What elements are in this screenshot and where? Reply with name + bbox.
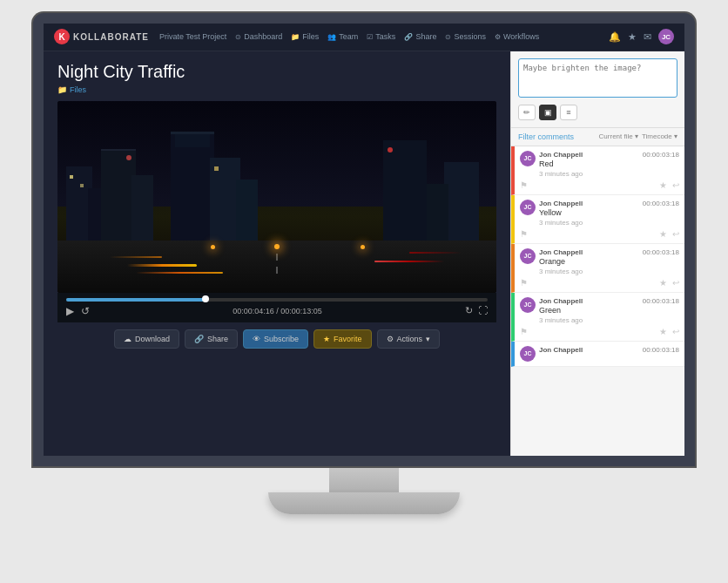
comment-right-actions: ★ ↩ (659, 229, 679, 239)
pencil-tool-button[interactable]: ✏ (518, 105, 536, 120)
star-icon[interactable]: ★ (628, 31, 637, 43)
comment-user: Jon Chappell (539, 200, 583, 207)
project-name[interactable]: Private Test Project (159, 32, 226, 41)
comment-meta: Jon Chappell 00:00:03:18 Yellow 3 minute… (539, 200, 679, 227)
filter-current-file[interactable]: Current file ▾ (599, 132, 638, 140)
image-tool-button[interactable]: ▣ (539, 105, 556, 120)
star-icon[interactable]: ★ (659, 180, 667, 190)
flag-icon[interactable]: ⚑ (520, 327, 528, 336)
bc2-light (214, 166, 219, 171)
flag-icon[interactable]: ⚑ (520, 229, 528, 239)
replay-button[interactable]: ↺ (81, 305, 90, 317)
progress-handle[interactable] (202, 295, 209, 302)
breadcrumb: 📁 Files (57, 85, 496, 94)
nav-item-sessions[interactable]: ⊙Sessions (445, 32, 486, 41)
building-3-light (126, 155, 131, 160)
eye-icon: 👁 (253, 335, 260, 343)
comment-item: JC Jon Chappell 00:00:03:18 Green 3 minu… (511, 293, 684, 342)
comment-text: Orange (539, 257, 679, 266)
comment-header: JC Jon Chappell 00:00:03:18 (520, 346, 679, 362)
comment-meta: Jon Chappell 00:00:03:18 (539, 346, 679, 354)
nav-item-workflows[interactable]: ⚙Workflows (495, 32, 539, 41)
nav-item-files[interactable]: 📁Files (291, 32, 319, 41)
building-1-light2 (80, 184, 84, 187)
nav-item-tasks[interactable]: ☑Tasks (367, 32, 395, 41)
flag-icon[interactable]: ⚑ (520, 180, 528, 190)
nav-item-team[interactable]: 👥Team (327, 32, 358, 41)
comments-filter: Filter comments Current file ▾ Timecode … (511, 128, 684, 146)
comment-timestamp: 3 minutes ago (539, 268, 679, 275)
comment-actions: ⚑ ★ ↩ (520, 278, 679, 288)
reply-icon[interactable]: ↩ (672, 278, 679, 288)
monitor-screen: K KOLLABORATE Private Test Project ⊙Dash… (33, 13, 695, 466)
mail-icon[interactable]: ✉ (644, 31, 651, 43)
comment-text: Yellow (539, 208, 679, 217)
download-icon: ☁ (124, 335, 131, 343)
building-center-3 (236, 180, 258, 245)
comment-text: Red (539, 159, 679, 168)
star-icon[interactable]: ★ (659, 327, 667, 336)
video-container[interactable] (57, 101, 496, 293)
extra-tool-button[interactable]: ≡ (560, 105, 577, 120)
comment-header: JC Jon Chappell 00:00:03:18 Red 3 minute… (520, 151, 679, 178)
files-icon: 📁 (291, 33, 300, 41)
workflows-icon: ⚙ (495, 33, 501, 41)
building-right-1 (444, 162, 479, 245)
bell-icon[interactable]: 🔔 (609, 31, 621, 43)
reply-icon[interactable]: ↩ (672, 229, 679, 239)
subscribe-button[interactable]: 👁 Subscribe (243, 329, 308, 349)
progress-bar-fill (66, 298, 206, 302)
download-button[interactable]: ☁ Download (114, 329, 179, 349)
user-avatar[interactable]: JC (658, 29, 674, 44)
comment-right-actions: ★ ↩ (659, 180, 679, 190)
fullscreen-icon[interactable]: ⛶ (478, 305, 488, 316)
comment-header: JC Jon Chappell 00:00:03:18 Green 3 minu… (520, 297, 679, 324)
star-icon: ★ (323, 335, 330, 343)
progress-bar-container[interactable] (66, 298, 488, 302)
tasks-icon: ☑ (367, 33, 373, 41)
comment-avatar: JC (520, 297, 536, 313)
comment-toolbar: ✏ ▣ ≡ (518, 105, 677, 120)
light-trail-3 (110, 256, 162, 258)
actions-button[interactable]: ⚙ Actions ▾ (377, 329, 441, 349)
road-mark (276, 254, 278, 261)
refresh-icon[interactable]: ↻ (465, 305, 473, 316)
flag-icon[interactable]: ⚑ (520, 278, 528, 288)
comments-panel: ✏ ▣ ≡ Filter comments Current file ▾ Tim… (510, 51, 684, 456)
filter-timecode[interactable]: Timecode ▾ (642, 132, 677, 140)
star-icon[interactable]: ★ (659, 229, 667, 239)
topbar-right: 🔔 ★ ✉ JC (609, 29, 674, 44)
comment-actions: ⚑ ★ ↩ (520, 180, 679, 190)
play-button[interactable]: ▶ (66, 305, 74, 317)
time-display: 00:00:04:16 / 00:00:13:05 (97, 307, 458, 315)
reply-icon[interactable]: ↩ (672, 180, 679, 190)
comment-meta: Jon Chappell 00:00:03:18 Orange 3 minute… (539, 248, 679, 275)
comment-timecode: 00:00:03:18 (643, 200, 679, 207)
comments-list: JC Jon Chappell 00:00:03:18 Red 3 minute… (511, 146, 684, 456)
star-icon[interactable]: ★ (659, 278, 667, 288)
video-scene (57, 101, 496, 293)
building-1-light (70, 175, 73, 179)
comment-user: Jon Chappell (539, 151, 583, 159)
reply-icon[interactable]: ↩ (672, 327, 679, 336)
logo-icon: K (54, 29, 70, 44)
nav-items: ⊙Dashboard 📁Files 👥Team ☑Tasks 🔗Share ⊙S… (235, 32, 609, 41)
comment-timestamp: 3 minutes ago (539, 219, 679, 227)
logo-text: KOLLABORATE (73, 32, 149, 42)
nav-item-share[interactable]: 🔗Share (404, 32, 436, 41)
nav-item-dashboard[interactable]: ⊙Dashboard (235, 32, 282, 41)
video-panel: Night City Traffic 📁 Files (44, 51, 510, 456)
favorite-button[interactable]: ★ Favorite (313, 329, 372, 349)
comment-timecode: 00:00:03:18 (643, 346, 679, 354)
share-button[interactable]: 🔗 Share (185, 329, 238, 349)
comment-input[interactable] (518, 58, 677, 98)
lamp-left (211, 245, 215, 249)
comment-right-actions: ★ ↩ (659, 278, 679, 288)
filter-link[interactable]: Filter comments (518, 132, 574, 141)
comment-item: JC Jon Chappell 00:00:03:18 Red 3 minute… (511, 146, 684, 195)
comment-text: Green (539, 306, 679, 315)
breadcrumb-label[interactable]: Files (70, 85, 86, 94)
light-trail-1 (127, 264, 197, 267)
breadcrumb-icon: 📁 (57, 85, 67, 94)
building-3 (101, 149, 136, 245)
